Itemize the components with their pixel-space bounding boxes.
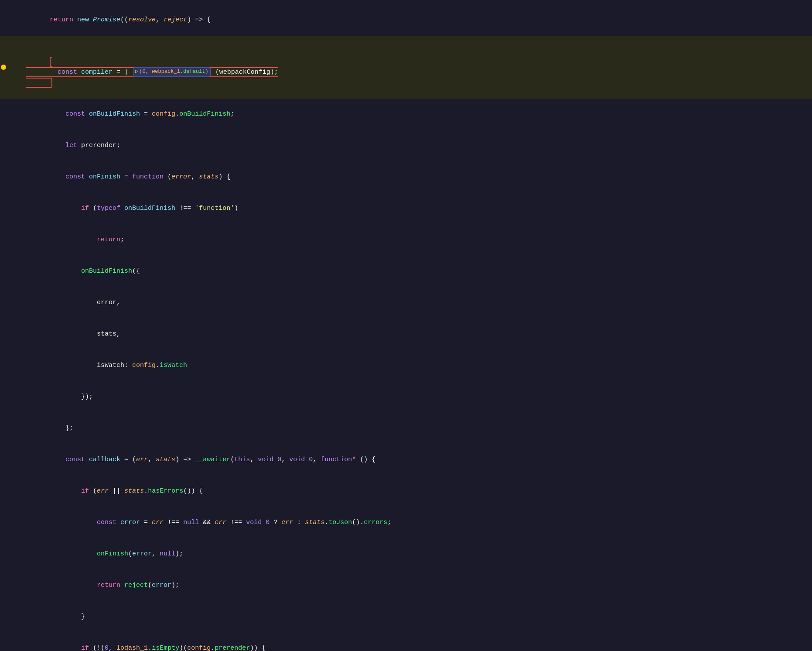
code-line: onFinish(error, null); [0, 538, 812, 570]
code-line: }; [0, 413, 812, 444]
code-line: const error = err !== null && err !== vo… [0, 507, 812, 538]
code-line: if (!(0, lodash_1.isEmpty)(config.preren… [0, 633, 812, 651]
code-line: let prerender; [0, 130, 812, 161]
breakpoint-indicator [1, 65, 6, 70]
code-line: return; [0, 224, 812, 256]
code-line: if (typeof onBuildFinish !== 'function') [0, 193, 812, 224]
code-line: } [0, 601, 812, 633]
code-line: onBuildFinish({ [0, 256, 812, 287]
code-line: const onFinish = function (error, stats)… [0, 161, 812, 193]
debug-outline-box: const compiler = | ▷(0, webpack_1.defaul… [26, 57, 278, 88]
code-line: stats, [0, 319, 812, 350]
code-line: if (err || stats.hasErrors()) { [0, 476, 812, 507]
code-line: }); [0, 381, 812, 413]
debug-play-button[interactable]: ▷(0, webpack_1.default) [133, 67, 211, 76]
code-line: error, [0, 287, 812, 319]
code-line: const onBuildFinish = config.onBuildFini… [0, 99, 812, 130]
code-line: const callback = (err, stats) => __await… [0, 444, 812, 476]
code-line: return reject(error); [0, 570, 812, 601]
code-line: isWatch: config.isWatch [0, 350, 812, 381]
code-line: return new Promise((resolve, reject) => … [0, 4, 812, 36]
code-editor: return new Promise((resolve, reject) => … [0, 0, 812, 651]
code-line-highlighted: const compiler = | ▷(0, webpack_1.defaul… [0, 36, 812, 99]
